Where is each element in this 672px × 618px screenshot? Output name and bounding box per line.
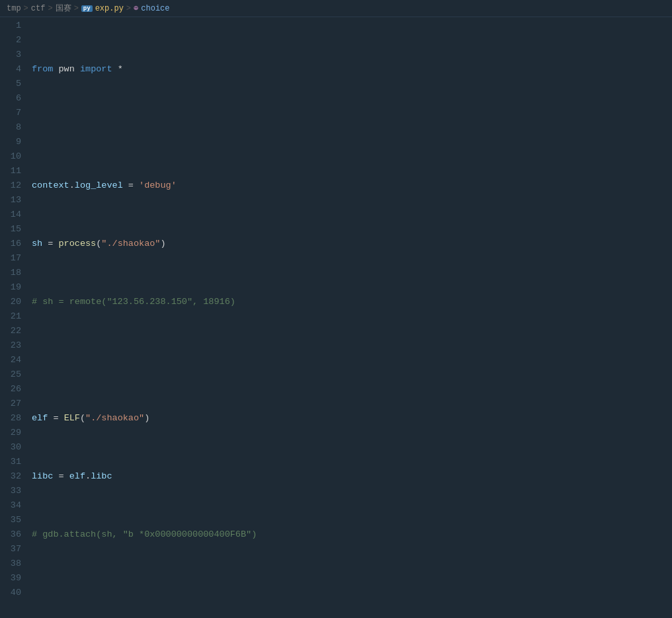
- line-6: [32, 353, 672, 367]
- breadcrumb-ctf: ctf: [31, 4, 46, 13]
- breadcrumb-active: choice: [141, 4, 169, 13]
- code-content[interactable]: from pwn import * context.log_level = 'd…: [26, 17, 672, 618]
- code-area: 1 2 3 4 5 6 7 8 9 10 11 12 13 14 15 16 1…: [0, 17, 672, 618]
- line-10: [32, 586, 672, 600]
- line-8: libc = elf.libc: [32, 469, 672, 484]
- line-1: from pwn import *: [32, 62, 672, 77]
- line-numbers: 1 2 3 4 5 6 7 8 9 10 11 12 13 14 15 16 1…: [0, 17, 26, 618]
- line-2: [32, 120, 672, 135]
- line-4: sh = process("./shaokao"): [32, 237, 672, 251]
- line-9: # gdb.attach(sh, "b *0x00000000000400F6B…: [32, 527, 672, 542]
- breadcrumb-tmp: tmp: [7, 4, 21, 13]
- breadcrumb-bar: tmp > ctf > 国赛 > py exp.py > ⊕ choice: [0, 0, 672, 17]
- line-7: elf = ELF("./shaokao"): [32, 411, 672, 426]
- line-5: # sh = remote("123.56.238.150", 18916): [32, 295, 672, 309]
- breadcrumb-file: exp.py: [95, 4, 124, 13]
- breadcrumb-symbol-icon: ⊕: [134, 3, 138, 13]
- python-icon: py: [81, 5, 93, 12]
- breadcrumb-folder: 国赛: [56, 3, 71, 14]
- line-3: context.log_level = 'debug': [32, 178, 672, 193]
